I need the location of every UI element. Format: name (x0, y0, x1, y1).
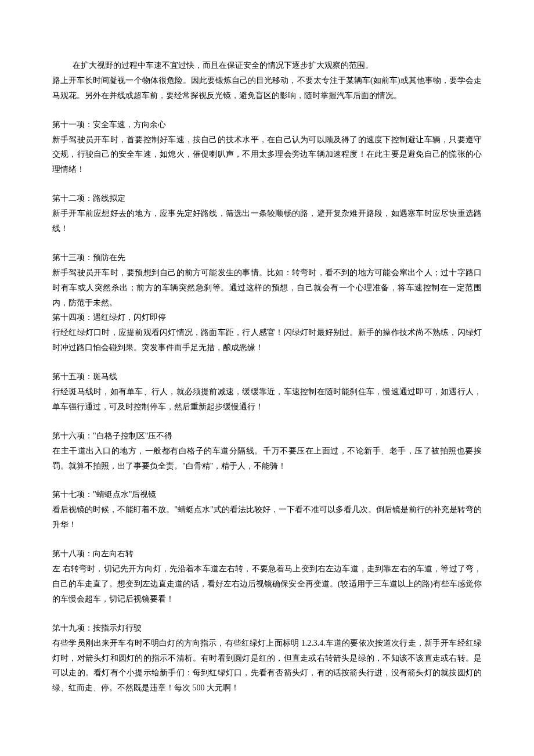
section-title: 第十七项："蜻蜓点水"后视镜 (52, 487, 482, 502)
section-19: 第十九项：按指示灯行驶 有些学员刚出来开车有时不明白灯的方向指示，有些红绿灯上面… (52, 621, 482, 696)
section-body-14: 行经红绿灯口时，应提前观看闪灯情况，路面车距，行人感官！闪绿灯时最好别过。新手的… (52, 325, 482, 355)
section-15: 第十五项：斑马线 行经斑马线时，如有单车、行人，就必须提前减速，缓缓靠近，车速控… (52, 369, 482, 415)
section-title: 第十三项：预防在先 (52, 250, 482, 265)
section-13-14: 第十三项：预防在先 新手驾驶员开车时，要预想到自己的前方可能发生的事情。比如：转… (52, 250, 482, 355)
section-body: 左 右转弯时，切记先开方向灯，先沿着本车道左右转，不要急着马上变到右左边车道，走… (52, 561, 482, 607)
section-11: 第十一项：安全车速，方向余心 新手驾驶员开车时，首要控制好车速，按自己的技术水平… (52, 117, 482, 178)
section-body: 行经斑马线时，如有单车、行人，就必须提前减速，缓缓靠近，车速控制在随时能刹住车，… (52, 384, 482, 415)
section-title: 第十一项：安全车速，方向余心 (52, 117, 482, 132)
section-title: 第十五项：斑马线 (52, 369, 482, 384)
section-18: 第十八项：向左向右转 左 右转弯时，切记先开方向灯，先沿着本车道左右转，不要急着… (52, 546, 482, 607)
intro-line-1: 在扩大视野的过程中车速不宜过快，而且在保证安全的情况下逐步扩大观察的范围。 (52, 58, 482, 73)
section-body: 有些学员刚出来开车有时不明白灯的方向指示，有些红绿灯上面标明 1.2.3.4.车… (52, 636, 482, 696)
section-body: 新手驾驶员开车时，首要控制好车速，按自己的技术水平，在自己认为可以顾及得了的速度… (52, 132, 482, 178)
section-title-14: 第十四项：遇红绿灯，闪灯即停 (52, 310, 482, 325)
section-title: 第十九项：按指示灯行驶 (52, 621, 482, 636)
section-title: 第十八项：向左向右转 (52, 546, 482, 561)
section-title: 第十六项："白格子控制区"压不得 (52, 429, 482, 444)
section-17: 第十七项："蜻蜓点水"后视镜 看后视镜的时候，不能盯着不放。"蜻蜓点水"式的看法… (52, 487, 482, 532)
section-body: 新手开车前应想好去的地方，应事先定好路线，筛选出一条较顺畅的路，避开复杂难开路段… (52, 206, 482, 236)
intro-line-2: 路上开车长时间凝视一个物体很危险。因此要锻炼自己的目光移动，不要太专注于某辆车(… (52, 73, 482, 103)
section-16: 第十六项："白格子控制区"压不得 在主干道出入口的地方，一般都有白格子的车道分隔… (52, 429, 482, 474)
section-12: 第十二项：路线拟定 新手开车前应想好去的地方，应事先定好路线，筛选出一条较顺畅的… (52, 191, 482, 236)
intro-block: 在扩大视野的过程中车速不宜过快，而且在保证安全的情况下逐步扩大观察的范围。 路上… (52, 58, 482, 103)
section-title: 第十二项：路线拟定 (52, 191, 482, 206)
section-body: 在主干道出入口的地方，一般都有白格子的车道分隔线。千万不要压在上面过，不论新手、… (52, 444, 482, 474)
section-body: 看后视镜的时候，不能盯着不放。"蜻蜓点水"式的看法比较好，一下看不准可以多看几次… (52, 502, 482, 532)
section-body: 新手驾驶员开车时，要预想到自己的前方可能发生的事情。比如：转弯时，看不到的地方可… (52, 265, 482, 311)
